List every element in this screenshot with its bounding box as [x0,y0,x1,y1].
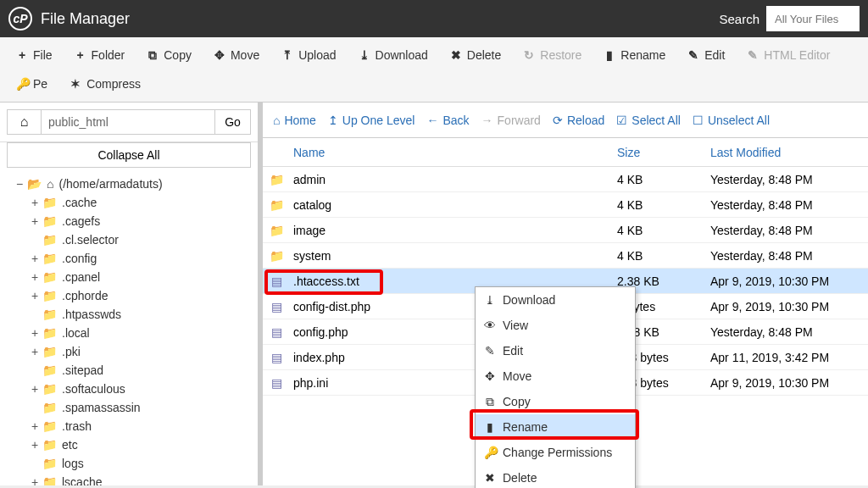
edit-button[interactable]: ✎Edit [678,42,734,68]
tree-toggle-icon[interactable]: + [31,419,39,433]
tree-item[interactable]: +📁.config [5,249,253,268]
ctx-download[interactable]: ⤓Download [476,287,635,313]
folder-icon: 📁 [42,419,57,433]
col-modified[interactable]: Last Modified [710,146,863,159]
folder-icon: 📁 [42,308,57,321]
file-icon: ▮ [484,420,496,434]
folder-button[interactable]: +Folder [65,42,135,68]
ctx-rename[interactable]: ▮Rename [476,414,635,440]
restore-button[interactable]: ↻Restore [514,42,591,68]
key-icon: 🔑 [16,77,28,91]
tree-toggle-icon[interactable]: + [31,326,39,340]
x-icon: ✖ [484,471,496,485]
table-row[interactable]: 📁catalog4 KBYesterday, 8:48 PM [263,192,868,218]
html-editor-button[interactable]: ✎HTML Editor [737,42,839,68]
tree-toggle-icon[interactable]: + [31,475,39,485]
compress-button[interactable]: ✶Compress [60,71,150,97]
file-name: config.php [293,325,348,339]
file-name: admin [293,173,326,186]
table-header: Name Size Last Modified [263,138,868,167]
copy-button[interactable]: ⧉Copy [137,42,201,68]
arrow-right-icon: → [481,114,493,127]
tree-item[interactable]: 📁.cl.selector [5,230,253,249]
main-toolbar: +File +Folder ⧉Copy ✥Move ⤒Upload ⤓Downl… [0,37,868,103]
tree-toggle-icon[interactable]: + [31,270,39,284]
col-name[interactable]: Name [292,146,617,159]
tree-item[interactable]: 📁logs [5,454,253,473]
home-button[interactable]: ⌂Home [273,114,316,127]
tree-item[interactable]: +📁.cache [5,193,253,212]
pencil-icon: ✎ [687,48,699,62]
file-icon: ▤ [268,349,285,366]
tree-toggle-icon[interactable]: + [31,196,39,209]
ctx-change-permissions[interactable]: 🔑Change Permissions [476,440,635,465]
titlebar: cP File Manager Search [0,0,868,37]
plus-icon: + [75,48,86,62]
tree-item[interactable]: +📁lscache [5,473,253,485]
folder-icon: 📁 [42,401,57,414]
folder-tree[interactable]: −📂⌂(/home/armadatuts)+📁.cache+📁.cagefs📁.… [0,175,258,485]
tree-item[interactable]: −📂⌂(/home/armadatuts) [5,175,253,193]
tree-item-label: .local [62,326,90,340]
tree-item-label: .htpasswds [62,308,121,321]
ctx-move[interactable]: ✥Move [476,363,635,389]
tree-item[interactable]: +📁.trash [5,417,253,435]
ctx-view[interactable]: 👁View [476,313,635,338]
tree-toggle-icon[interactable]: + [31,345,39,358]
titlebar-right: Search [719,6,860,31]
tree-item[interactable]: +📁.local [5,324,253,342]
tree-item[interactable]: +📁.pki [5,342,253,361]
tree-item[interactable]: 📁.sitepad [5,361,253,380]
reload-button[interactable]: ⟳Reload [553,114,604,127]
unselect-all-button[interactable]: ☐Unselect All [693,114,770,127]
tree-toggle-icon[interactable]: + [31,252,39,265]
upload-button[interactable]: ⤒Upload [272,42,345,68]
tree-item[interactable]: +📁.cagefs [5,212,253,230]
tree-toggle-icon[interactable]: + [31,289,39,302]
file-modified: Yesterday, 8:48 PM [710,325,863,339]
go-button[interactable]: Go [215,109,251,135]
permissions-button[interactable]: 🔑Pe [7,71,57,97]
folder-icon: 📁 [42,382,57,396]
folder-icon: 📁 [42,438,57,452]
tree-toggle-icon[interactable]: + [31,382,39,396]
delete-button[interactable]: ✖Delete [441,42,510,68]
tree-toggle-icon[interactable]: + [31,214,39,228]
rename-button[interactable]: ▮Rename [594,42,675,68]
folder-icon: 📁 [42,233,57,247]
download-button[interactable]: ⤓Download [349,42,437,68]
path-home-button[interactable]: ⌂ [7,109,41,135]
col-size[interactable]: Size [617,146,710,159]
path-input[interactable] [41,109,215,135]
folder-icon: 📁 [42,475,57,485]
tree-item[interactable]: +📁.cphorde [5,286,253,305]
ctx-copy[interactable]: ⧉Copy [476,389,635,414]
search-input[interactable] [766,6,860,31]
file-modified: Yesterday, 8:48 PM [710,224,863,237]
tree-item[interactable]: 📁.htpasswds [5,305,253,324]
back-button[interactable]: ←Back [426,114,469,127]
collapse-all-button[interactable]: Collapse All [7,142,251,168]
tree-toggle-icon[interactable]: + [31,438,39,452]
table-row[interactable]: 📁image4 KBYesterday, 8:48 PM [263,218,868,243]
tree-item[interactable]: +📁.softaculous [5,380,253,398]
home-icon: ⌂ [47,177,53,191]
pencil-icon: ✎ [484,344,496,358]
ctx-edit[interactable]: ✎Edit [476,338,635,363]
table-row[interactable]: 📁system4 KBYesterday, 8:48 PM [263,243,868,269]
file-button[interactable]: +File [7,42,62,68]
tree-toggle-icon[interactable]: − [15,177,24,191]
ctx-delete[interactable]: ✖Delete [476,465,635,488]
up-one-level-button[interactable]: ↥Up One Level [328,114,415,127]
tree-item[interactable]: 📁.spamassassin [5,398,253,417]
x-icon: ✖ [450,48,462,62]
move-button[interactable]: ✥Move [204,42,269,68]
table-row[interactable]: 📁admin4 KBYesterday, 8:48 PM [263,167,868,192]
forward-button[interactable]: →Forward [481,114,541,127]
copy-icon: ⧉ [147,48,159,63]
select-all-button[interactable]: ☑Select All [616,114,681,127]
tree-item-label: .pki [62,345,81,358]
tree-item[interactable]: +📁.cpanel [5,268,253,286]
tree-item[interactable]: +📁etc [5,435,253,454]
plus-icon: + [16,48,28,62]
